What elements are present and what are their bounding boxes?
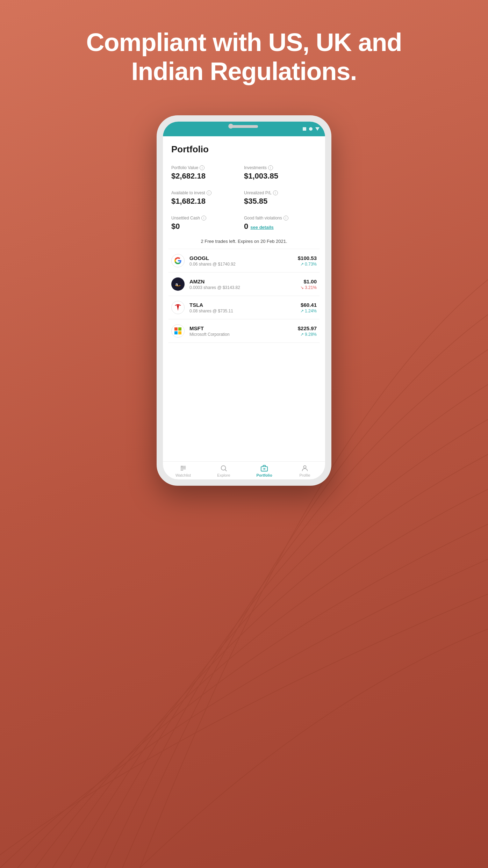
msft-shares: Microsoft Corporation [189,332,293,337]
tsla-price-col: $60.41 ↗ 1.24% [300,302,317,313]
nav-portfolio-label: Portfolio [256,473,272,477]
profile-icon [301,464,309,472]
amzn-shares: 0.0003 shares @ $3143.82 [189,285,295,290]
msft-grid-icon [174,327,181,334]
amzn-price: $1.00 [300,279,317,284]
msft-logo [171,324,185,338]
tsla-shares: 0.08 shares @ $735.11 [189,309,295,313]
amzn-price-col: $1.00 ↘ 3.21% [300,279,317,290]
headline: Compliant with US, UK and Indian Regulat… [0,28,488,86]
stat-investments-amount: $1,003.85 [244,172,317,181]
free-trades-banner: 2 Free trades left. Expires on 20 Feb 20… [163,236,325,249]
nav-portfolio[interactable]: Portfolio [244,464,285,477]
amzn-info: AMZN 0.0003 shares @ $3143.82 [189,279,295,290]
stock-list: GOOGL 0.06 shares @ $1740.92 $100.53 ↗ 0… [163,249,325,461]
stock-item-amzn[interactable]: a AMZN 0.0003 shares @ $3143.82 $1.00 ↘ … [163,273,325,296]
stat-available: Available to invest i $1,682.18 [171,186,244,211]
watchlist-icon [179,464,187,472]
tsla-price: $60.41 [300,302,317,308]
tsla-change: ↗ 1.24% [300,309,317,313]
amzn-logo: a [171,277,185,291]
nav-explore[interactable]: Explore [203,464,244,477]
stat-unrealized-pl-amount: $35.85 [244,197,317,206]
good-faith-info-icon[interactable]: i [284,216,288,220]
portfolio-header: Portfolio [163,136,325,158]
bottom-nav: Watchlist Explore Po [163,461,325,479]
nav-watchlist[interactable]: Watchlist [163,464,203,477]
app-content: Portfolio Portfolio Value i $2,682.18 In… [163,136,325,479]
googl-price: $100.53 [298,255,317,261]
phone-speaker [230,125,258,128]
phone-mockup: Portfolio Portfolio Value i $2,682.18 In… [157,115,331,486]
headline-line2: Indian Regulations. [131,57,357,85]
svg-point-5 [181,466,183,467]
available-info-icon[interactable]: i [207,190,211,195]
googl-logo [171,254,185,267]
stat-investments-label: Investments i [244,165,317,170]
googl-price-col: $100.53 ↗ 0.73% [298,255,317,267]
msft-symbol: MSFT [189,325,293,331]
phone-camera [228,124,233,129]
msft-q3 [174,331,178,334]
stat-good-faith-label: Good faith violations i [244,216,317,220]
tsla-logo [171,301,185,314]
status-bar [163,122,325,136]
stat-unrealized-pl-label: Unrealized P/L i [244,190,317,195]
msft-info: MSFT Microsoft Corporation [189,325,293,337]
svg-point-6 [221,466,226,470]
stat-unsettled-cash-label: Unsettled Cash i [171,216,244,220]
stat-good-faith: Good faith violations i 0 see details [244,211,317,236]
svg-line-7 [225,470,227,471]
amzn-symbol: AMZN [189,279,295,284]
unsettled-cash-info-icon[interactable]: i [201,216,206,220]
msft-price-col: $225.97 ↗ 9.28% [298,325,317,337]
msft-price: $225.97 [298,325,317,331]
stat-available-amount: $1,682.18 [171,197,244,206]
stat-portfolio-value-amount: $2,682.18 [171,172,244,181]
nav-watchlist-label: Watchlist [175,473,191,477]
msft-change: ↗ 9.28% [298,332,317,337]
status-icon-signal [315,127,320,131]
portfolio-value-info-icon[interactable]: i [200,165,204,170]
tsla-info: TSLA 0.08 shares @ $735.11 [189,302,295,313]
see-details-link[interactable]: see details [250,225,274,230]
stat-portfolio-value-label: Portfolio Value i [171,165,244,170]
headline-line1: Compliant with US, UK and [86,28,402,56]
nav-profile[interactable]: Profile [285,464,325,477]
googl-shares: 0.06 shares @ $1740.92 [189,262,293,267]
nav-explore-label: Explore [217,473,230,477]
nav-profile-label: Profile [299,473,310,477]
portfolio-icon [260,464,268,472]
investments-info-icon[interactable]: i [268,165,273,170]
googl-change: ↗ 0.73% [298,262,317,267]
unrealized-pl-info-icon[interactable]: i [273,190,278,195]
msft-q1 [174,327,178,331]
stat-available-label: Available to invest i [171,190,244,195]
googl-info: GOOGL 0.06 shares @ $1740.92 [189,255,293,267]
phone-screen: Portfolio Portfolio Value i $2,682.18 In… [163,122,325,479]
stock-item-googl[interactable]: GOOGL 0.06 shares @ $1740.92 $100.53 ↗ 0… [163,249,325,272]
stock-item-tsla[interactable]: TSLA 0.08 shares @ $735.11 $60.41 ↗ 1.24… [163,296,325,319]
status-icon-circle [309,127,313,131]
amzn-change: ↘ 3.21% [300,285,317,290]
status-icon-square [303,127,306,131]
stat-unrealized-pl: Unrealized P/L i $35.85 [244,186,317,211]
stat-unsettled-cash: Unsettled Cash i $0 [171,211,244,236]
msft-q4 [178,331,181,334]
stat-unsettled-cash-amount: $0 [171,222,244,231]
tsla-symbol: TSLA [189,302,295,308]
stock-item-msft[interactable]: MSFT Microsoft Corporation $225.97 ↗ 9.2… [163,319,325,342]
svg-point-11 [303,466,306,468]
explore-icon [220,464,228,472]
stat-portfolio-value: Portfolio Value i $2,682.18 [171,160,244,186]
page-title: Portfolio [171,144,317,155]
stat-good-faith-amount: 0 see details [244,222,317,231]
googl-symbol: GOOGL [189,255,293,261]
msft-q2 [178,327,181,331]
stats-grid: Portfolio Value i $2,682.18 Investments … [163,158,325,236]
divider-5 [168,342,320,343]
stat-investments: Investments i $1,003.85 [244,160,317,186]
